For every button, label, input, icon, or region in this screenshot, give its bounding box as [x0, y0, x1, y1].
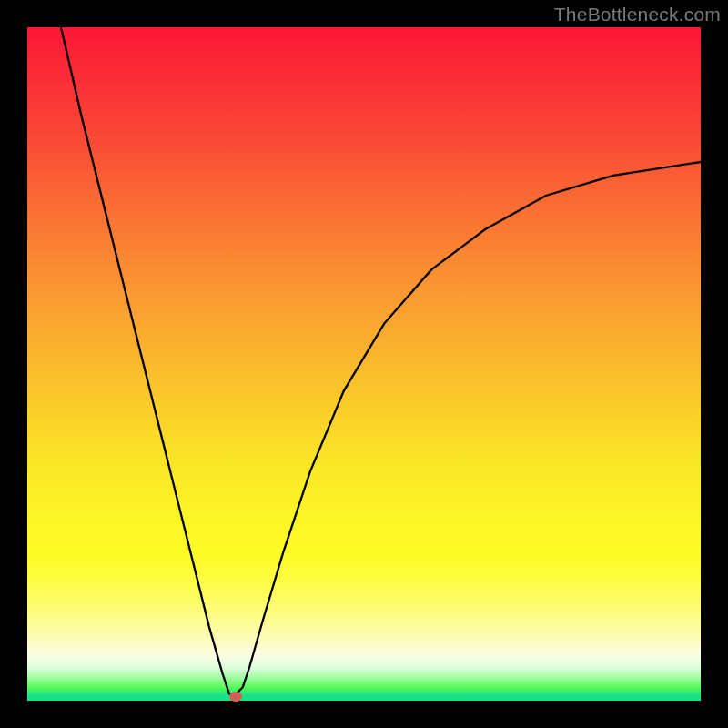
plot-area [27, 27, 701, 701]
chart-frame: TheBottleneck.com [0, 0, 728, 728]
curve-line [61, 27, 701, 694]
watermark-text: TheBottleneck.com [554, 4, 721, 25]
bottleneck-curve [27, 27, 701, 701]
